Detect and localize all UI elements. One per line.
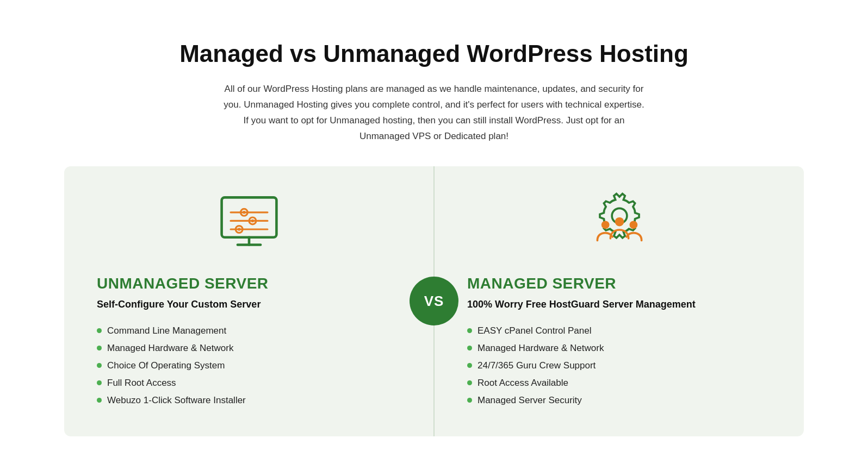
- list-item: Choice Of Operating System: [97, 357, 401, 374]
- managed-feature-list: EASY cPanel Control Panel Managed Hardwa…: [467, 322, 771, 409]
- feature-text: 24/7/365 Guru Crew Support: [478, 360, 596, 371]
- unmanaged-subtitle: Self-Configure Your Custom Server: [97, 299, 401, 310]
- page-title: Managed vs Unmanaged WordPress Hosting: [64, 40, 804, 68]
- comparison-container: UNMANAGED SERVER Self-Configure Your Cus…: [64, 166, 804, 436]
- team-icon: [579, 191, 660, 256]
- list-item: Managed Server Security: [467, 392, 771, 409]
- managed-title: MANAGED SERVER: [467, 275, 771, 292]
- svg-rect-1: [226, 202, 271, 232]
- list-item: Webuzo 1-Click Software Installer: [97, 392, 401, 409]
- list-item: EASY cPanel Control Panel: [467, 322, 771, 340]
- bullet-icon: [97, 346, 102, 350]
- vs-badge: VS: [410, 277, 458, 325]
- feature-text: Full Root Access: [107, 378, 176, 389]
- bullet-icon: [467, 380, 472, 385]
- list-item: Managed Hardware & Network: [467, 340, 771, 357]
- feature-text: Managed Hardware & Network: [478, 343, 604, 354]
- feature-text: Command Line Management: [107, 325, 226, 336]
- list-item: Root Access Available: [467, 374, 771, 392]
- bullet-icon: [467, 363, 472, 368]
- vs-label: VS: [424, 293, 444, 310]
- managed-subtitle: 100% Worry Free HostGuard Server Managem…: [467, 299, 771, 310]
- feature-text: Root Access Available: [478, 378, 568, 389]
- unmanaged-title: UNMANAGED SERVER: [97, 275, 401, 292]
- svg-point-16: [629, 221, 637, 229]
- unmanaged-feature-list: Command Line Management Managed Hardware…: [97, 322, 401, 409]
- svg-point-10: [237, 228, 240, 231]
- monitor-icon: [216, 193, 282, 253]
- svg-point-14: [615, 217, 624, 227]
- svg-point-15: [601, 221, 609, 229]
- page-wrapper: Managed vs Unmanaged WordPress Hosting A…: [53, 18, 815, 458]
- svg-point-6: [243, 211, 246, 214]
- list-item: 24/7/365 Guru Crew Support: [467, 357, 771, 374]
- feature-text: EASY cPanel Control Panel: [478, 325, 591, 336]
- managed-panel: MANAGED SERVER 100% Worry Free HostGuard…: [435, 166, 804, 436]
- bullet-icon: [97, 398, 102, 403]
- bullet-icon: [97, 380, 102, 385]
- svg-rect-0: [221, 197, 276, 237]
- feature-text: Managed Server Security: [478, 395, 582, 406]
- bullet-icon: [467, 346, 472, 350]
- bullet-icon: [97, 363, 102, 368]
- list-item: Managed Hardware & Network: [97, 340, 401, 357]
- bullet-icon: [467, 398, 472, 403]
- managed-icon-container: [467, 188, 771, 259]
- feature-text: Managed Hardware & Network: [107, 343, 233, 354]
- svg-point-8: [251, 219, 254, 222]
- feature-text: Webuzo 1-Click Software Installer: [107, 395, 246, 406]
- page-subtitle: All of our WordPress Hosting plans are m…: [222, 82, 646, 145]
- bullet-icon: [467, 328, 472, 333]
- list-item: Command Line Management: [97, 322, 401, 340]
- bullet-icon: [97, 328, 102, 333]
- list-item: Full Root Access: [97, 374, 401, 392]
- feature-text: Choice Of Operating System: [107, 360, 225, 371]
- unmanaged-panel: UNMANAGED SERVER Self-Configure Your Cus…: [64, 166, 433, 436]
- unmanaged-icon-container: [97, 188, 401, 259]
